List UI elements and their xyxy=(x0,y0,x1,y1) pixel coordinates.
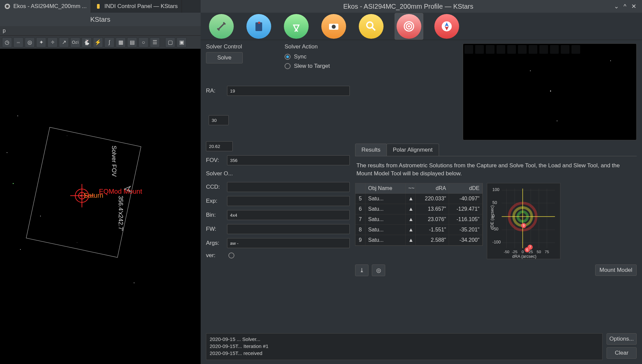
cell-dde: -34.200" xyxy=(449,235,483,245)
th-sort[interactable]: ~~ xyxy=(406,183,416,193)
svg-text:50: 50 xyxy=(492,200,497,205)
menubar-item[interactable]: p xyxy=(3,28,6,34)
fov-title-label: Solver FOV xyxy=(110,146,117,177)
tab-focus[interactable] xyxy=(359,14,384,39)
bin-label: Bin: xyxy=(206,212,224,218)
toolbar-grid2-icon[interactable]: ▤ xyxy=(127,37,137,47)
preview-zoom-in-icon[interactable] xyxy=(475,45,484,54)
table-row[interactable]: 9Satu...▲2.588"-34.200" xyxy=(355,235,483,245)
toolbar-bolt-icon[interactable]: ⚡ xyxy=(93,37,103,47)
log-output: 2020-09-15 ... Solver... 2020-09-15T... … xyxy=(206,333,603,360)
fov-dims-label: 356.4'x242.7' xyxy=(117,196,124,231)
toolbar-curve-icon[interactable]: ∫ xyxy=(104,37,114,47)
minimize-icon[interactable]: ⌄ xyxy=(612,2,621,11)
toolbar-circle-icon[interactable]: ○ xyxy=(138,37,148,47)
svg-rect-8 xyxy=(258,22,260,24)
options-label: Options... xyxy=(610,336,634,342)
cell-idx: 5 xyxy=(355,194,365,204)
preview-star-icon[interactable] xyxy=(529,45,537,54)
fw-select[interactable] xyxy=(227,224,350,234)
fov-input[interactable] xyxy=(227,155,350,165)
export-button[interactable]: ⤓ xyxy=(355,264,368,276)
preview-histo-icon[interactable] xyxy=(561,45,569,54)
sort-up-icon: ▲ xyxy=(406,214,416,224)
toolbar-box2-icon[interactable]: ▣ xyxy=(177,37,187,47)
preview-grid-icon[interactable] xyxy=(518,45,527,54)
preview-target-icon[interactable] xyxy=(571,45,580,54)
toolbar-box-icon[interactable]: ▢ xyxy=(165,37,175,47)
tab-scheduler[interactable] xyxy=(246,14,271,39)
toolbar-arrow-icon[interactable]: ↗ xyxy=(59,37,69,47)
toolbar-rabbit-icon[interactable]: 🐇 xyxy=(82,37,92,47)
solve-button[interactable]: Solve xyxy=(206,52,243,63)
taskbar-item-indi[interactable]: INDI Control Panel — KStars xyxy=(91,0,182,13)
preview-zoom-fit-icon[interactable] xyxy=(464,45,473,54)
svg-text:-50: -50 xyxy=(504,249,510,253)
preview-stretch-icon[interactable] xyxy=(497,45,505,54)
table-row[interactable]: 8Satu...▲-1.551"-35.201" xyxy=(355,225,483,235)
preview-zoom-out-icon[interactable] xyxy=(486,45,495,54)
cell-idx: 7 xyxy=(355,214,365,224)
table-row[interactable]: 6Satu...▲13.657"-129.471" xyxy=(355,204,483,214)
taskbar-label: INDI Control Panel — KStars xyxy=(104,3,178,10)
direction-arrow-icon xyxy=(124,185,132,193)
kstars-menubar[interactable]: p xyxy=(0,26,201,35)
slew-target-button[interactable]: ◎ xyxy=(372,264,385,276)
preview-marker-icon[interactable] xyxy=(539,45,548,54)
th-obj[interactable]: Obj Name xyxy=(365,183,406,193)
tab-camera[interactable] xyxy=(321,14,346,39)
preview-crosshair-icon[interactable] xyxy=(507,45,516,54)
th-dra[interactable]: dRA xyxy=(416,183,449,193)
subtab-polar[interactable]: Polar Alignment xyxy=(387,144,439,156)
ccd-select[interactable] xyxy=(227,182,350,192)
align-left-panel: Solver Control Solve Solver Action Sync xyxy=(206,43,350,330)
radio-icon[interactable] xyxy=(228,252,234,258)
align-preview[interactable] xyxy=(463,43,637,140)
toolbar-ori-icon[interactable]: Oɾi xyxy=(70,37,80,47)
args-input[interactable] xyxy=(227,238,350,248)
toolbar-list-icon[interactable]: ☰ xyxy=(150,37,160,47)
ra-input[interactable] xyxy=(227,86,350,96)
table-row[interactable]: 5Satu...▲220.033"-40.097" xyxy=(355,194,483,204)
table-row[interactable]: 7Satu...▲23.076"-116.105" xyxy=(355,214,483,225)
svg-point-10 xyxy=(332,25,336,29)
radio-slew[interactable]: Slew to Target xyxy=(285,61,350,71)
cell-idx: 9 xyxy=(355,235,365,245)
mount-model-button[interactable]: Mount Model xyxy=(595,264,637,276)
th-dde[interactable]: dDE xyxy=(449,183,483,193)
toolbar-grid-icon[interactable]: ▦ xyxy=(116,37,126,47)
value-20-input[interactable] xyxy=(206,141,233,151)
tab-align[interactable] xyxy=(397,14,421,39)
svg-text:50: 50 xyxy=(537,249,541,253)
options-button[interactable]: Options... xyxy=(607,333,637,345)
tab-setup[interactable] xyxy=(209,14,234,39)
toolbar-wand-icon[interactable]: ✧ xyxy=(47,37,58,47)
bin-input[interactable] xyxy=(227,210,350,220)
preview-tool-icon[interactable] xyxy=(550,45,559,54)
toolbar-star-icon[interactable]: ✦ xyxy=(36,37,46,47)
toolbar-clock-icon[interactable]: ◷ xyxy=(2,37,12,47)
solver-action-title: Solver Action xyxy=(285,43,350,50)
cell-name: Satu... xyxy=(365,204,406,214)
toolbar-link-icon[interactable]: ⎓ xyxy=(13,37,23,47)
radio-sync-label: Sync xyxy=(294,53,307,60)
toolbar-target-icon[interactable]: ◎ xyxy=(25,37,35,47)
maximize-icon[interactable]: ^ xyxy=(621,2,629,11)
accuracy-input[interactable] xyxy=(209,115,229,125)
subtab-results[interactable]: Results xyxy=(355,144,387,156)
th-idx[interactable] xyxy=(355,183,365,193)
log-line: 2020-09-15T... Iteration #1 xyxy=(210,343,599,350)
taskbar-item-ekos[interactable]: Ekos - ASI294MC_200mm ... xyxy=(0,0,91,13)
tab-guide[interactable] xyxy=(434,14,459,39)
exp-input[interactable] xyxy=(227,196,350,206)
svg-text:-100: -100 xyxy=(492,239,501,244)
ekos-title: Ekos - ASI294MC_200mm Profile — KStars xyxy=(205,3,612,10)
sky-view[interactable]: Solver FOV 356.4'x242.7' Saturn EQMod Mo… xyxy=(0,49,201,364)
kstars-title-text: KStars xyxy=(90,16,110,23)
clear-button[interactable]: Clear xyxy=(607,347,637,359)
cell-dde: -116.105" xyxy=(449,214,483,224)
tab-mount[interactable] xyxy=(284,14,309,39)
cell-dra: 13.657" xyxy=(416,204,449,214)
radio-sync[interactable]: Sync xyxy=(285,52,350,61)
close-icon[interactable]: ✕ xyxy=(629,2,638,11)
